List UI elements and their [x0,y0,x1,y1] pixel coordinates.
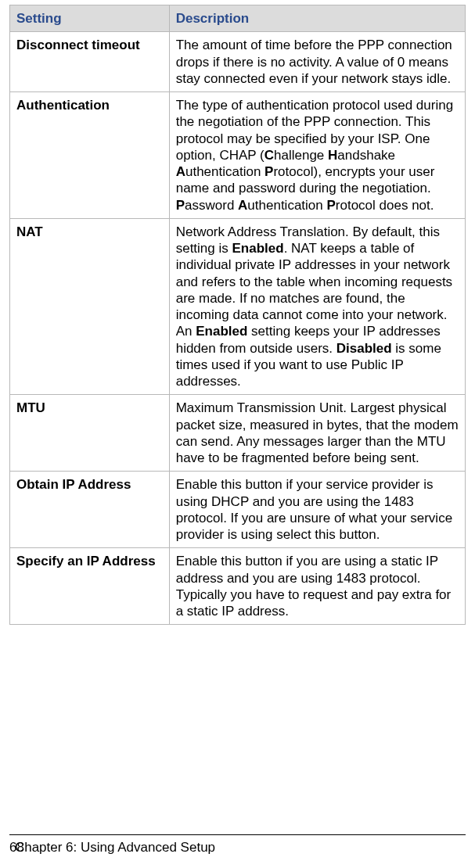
setting-label: Specify an IP Address [10,548,170,625]
setting-description: Network Address Translation. By default,… [169,218,465,395]
col-header-description: Description [169,5,465,32]
setting-label: Authentication [10,92,170,219]
setting-description: Maximum Transmission Unit. Largest physi… [169,395,465,472]
setting-label: MTU [10,395,170,472]
table-row: Authentication The type of authenticatio… [10,92,466,219]
table-row: NAT Network Address Translation. By defa… [10,218,466,395]
setting-label: Obtain IP Address [10,472,170,548]
page-footer: 68 Chapter 6: Using Advanced Setup [9,834,466,855]
table-row: Specify an IP Address Enable this button… [10,548,466,625]
setting-label: NAT [10,218,170,395]
table-row: Obtain IP Address Enable this button if … [10,472,466,548]
settings-table: Setting Description Disconnect timeout T… [9,5,466,625]
col-header-setting: Setting [10,5,170,32]
table-header-row: Setting Description [10,5,466,32]
chapter-label: Chapter 6: Using Advanced Setup [15,840,215,855]
setting-description: The type of authentication protocol used… [169,92,465,219]
table-row: Disconnect timeout The amount of time be… [10,32,466,92]
setting-label: Disconnect timeout [10,32,170,92]
table-row: MTU Maximum Transmission Unit. Largest p… [10,395,466,472]
setting-description: Enable this button if your service provi… [169,472,465,548]
setting-description: Enable this button if you are using a st… [169,548,465,625]
setting-description: The amount of time before the PPP connec… [169,32,465,92]
